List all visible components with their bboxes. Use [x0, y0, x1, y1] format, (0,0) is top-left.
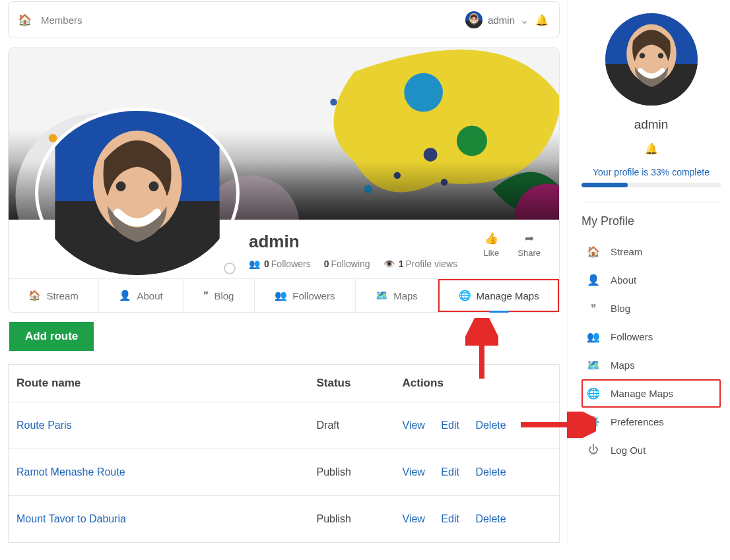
delete-link[interactable]: Delete — [475, 420, 506, 431]
sidebar-avatar[interactable] — [605, 13, 698, 106]
edit-link[interactable]: Edit — [441, 466, 459, 478]
sidebar-menu: 🏠Stream 👤About ❞Blog 👥Followers 🗺️Maps 🌐… — [581, 237, 721, 464]
quote-icon: ❞ — [587, 302, 600, 315]
profile-completion-bar — [581, 183, 721, 187]
profile-tabs: 🏠Stream 👤About ❞Blog 👥Followers 🗺️Maps 🌐… — [9, 278, 559, 312]
quote-icon: ❞ — [203, 290, 209, 301]
route-link[interactable]: Route Paris — [17, 420, 72, 431]
th-route-name: Route name — [9, 365, 309, 402]
delete-link[interactable]: Delete — [475, 513, 506, 524]
power-icon: ⏻ — [587, 444, 600, 456]
topbar-username[interactable]: admin — [488, 15, 515, 26]
svg-point-9 — [424, 148, 438, 162]
route-link[interactable]: Ramot Menashe Route — [17, 466, 125, 478]
route-status: Publish — [309, 449, 395, 496]
table-row: Ramot Menashe Route Publish View Edit De… — [9, 449, 560, 496]
sidebar-item-followers[interactable]: 👥Followers — [581, 323, 721, 351]
profile-card: admin 👥0Followers 0Following 👁️1Profile … — [8, 47, 560, 313]
svg-point-13 — [330, 99, 337, 106]
tab-maps[interactable]: 🗺️Maps — [356, 279, 438, 312]
like-button[interactable]: 👍Like — [483, 232, 499, 278]
topbar-avatar[interactable] — [465, 11, 482, 28]
route-link[interactable]: Mount Tavor to Daburia — [17, 513, 126, 524]
user-icon: 👤 — [587, 274, 600, 286]
sidebar-heading: My Profile — [581, 214, 721, 228]
route-status: Draft — [309, 402, 395, 449]
map-icon: 🗺️ — [376, 290, 388, 301]
share-icon: ➦ — [517, 232, 541, 245]
sidebar-item-preferences[interactable]: ⚙️Preferences — [581, 408, 721, 436]
sidebar-bell-icon[interactable]: 🔔 — [581, 142, 721, 155]
sidebar-item-maps[interactable]: 🗺️Maps — [581, 351, 721, 379]
topbar: 🏠 Members admin ⌄ 🔔 — [8, 1, 560, 38]
globe-icon: 🌐 — [587, 387, 600, 400]
profile-avatar[interactable] — [35, 108, 240, 278]
followers-icon: 👥 — [249, 259, 260, 269]
profile-stats: 👥0Followers 0Following 👁️1Profile views — [249, 259, 474, 269]
sidebar-item-logout[interactable]: ⏻Log Out — [581, 436, 721, 464]
view-link[interactable]: View — [403, 466, 425, 478]
home-icon: 🏠 — [28, 290, 41, 301]
thumbs-up-icon: 👍 — [483, 232, 499, 245]
tab-blog[interactable]: ❞Blog — [183, 279, 255, 312]
tab-about[interactable]: 👤About — [99, 279, 183, 312]
profile-completion-text: Your profile is 33% complete — [581, 167, 721, 177]
edit-link[interactable]: Edit — [441, 420, 459, 431]
svg-point-8 — [457, 125, 487, 156]
delete-link[interactable]: Delete — [475, 466, 506, 478]
sidebar-item-blog[interactable]: ❞Blog — [581, 294, 721, 323]
followers-icon: 👥 — [275, 290, 287, 301]
share-button[interactable]: ➦Share — [517, 232, 541, 278]
map-icon: 🗺️ — [587, 359, 600, 371]
sidebar-item-about[interactable]: 👤About — [581, 266, 721, 294]
gear-icon: ⚙️ — [587, 416, 600, 428]
table-row: Mount Tavor to Daburia Publish View Edit… — [9, 496, 560, 543]
globe-icon: 🌐 — [459, 290, 471, 301]
chevron-down-icon[interactable]: ⌄ — [520, 14, 529, 26]
sidebar-username: admin — [581, 117, 721, 132]
tab-followers[interactable]: 👥Followers — [255, 279, 356, 312]
edit-link[interactable]: Edit — [441, 513, 459, 524]
user-icon: 👤 — [119, 290, 131, 301]
status-indicator — [224, 263, 236, 274]
sidebar-item-stream[interactable]: 🏠Stream — [581, 237, 721, 266]
add-route-button[interactable]: Add route — [9, 322, 94, 351]
route-status: Publish — [309, 496, 395, 543]
tab-stream[interactable]: 🏠Stream — [9, 279, 99, 312]
th-status: Status — [309, 365, 395, 402]
view-link[interactable]: View — [403, 513, 425, 524]
eye-icon: 👁️ — [383, 259, 395, 269]
home-icon: 🏠 — [587, 245, 600, 258]
routes-table: Route name Status Actions Route Paris Dr… — [8, 364, 560, 543]
sidebar-item-manage-maps[interactable]: 🌐Manage Maps — [581, 379, 721, 408]
display-name: admin — [249, 232, 474, 252]
svg-point-7 — [404, 73, 443, 112]
followers-icon: 👥 — [587, 330, 600, 343]
sidebar: admin 🔔 Your profile is 33% complete My … — [568, 0, 730, 545]
bell-icon[interactable]: 🔔 — [535, 14, 548, 26]
table-row: Route Paris Draft View Edit Delete — [9, 402, 560, 449]
breadcrumb[interactable]: Members — [37, 15, 465, 26]
th-actions: Actions — [395, 365, 560, 402]
tab-manage-maps[interactable]: 🌐Manage Maps — [438, 279, 559, 312]
view-link[interactable]: View — [403, 420, 425, 431]
home-icon[interactable]: 🏠 — [17, 13, 37, 27]
